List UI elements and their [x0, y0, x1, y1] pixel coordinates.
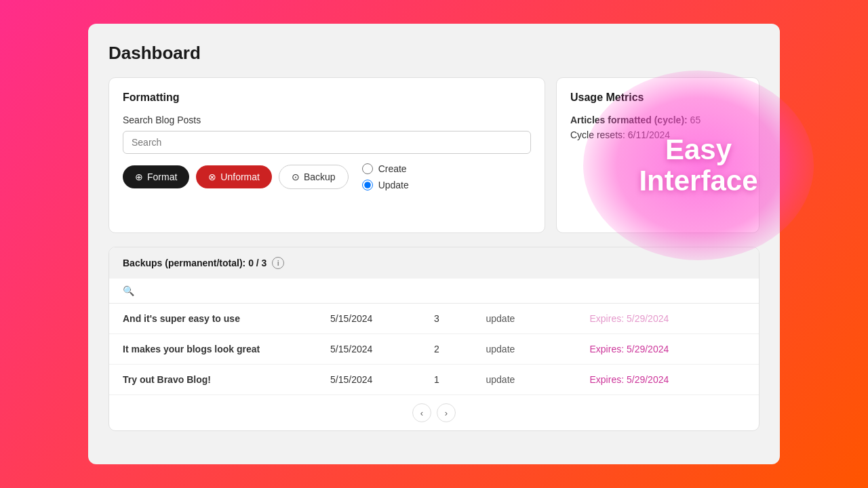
row-expires: Expires: 5/29/2024 — [590, 344, 746, 354]
usage-panel-title: Usage Metrics — [570, 92, 745, 104]
backups-table: And it's super easy to use 5/15/2024 3 u… — [109, 304, 759, 394]
content-row: Formatting Search Blog Posts ⊕ Format ⊗ … — [108, 77, 760, 233]
chevron-right-icon: › — [445, 408, 448, 418]
chevron-left-icon: ‹ — [420, 408, 423, 418]
radio-create-label: Create — [378, 163, 407, 174]
row-expires: Expires: 5/29/2024 — [590, 374, 746, 385]
cycle-resets-metric: Cycle resets: 6/11/2024 — [570, 129, 745, 140]
unformat-icon: ⊗ — [208, 171, 216, 182]
radio-group: Create Update — [362, 163, 409, 190]
radio-update-item[interactable]: Update — [362, 180, 409, 190]
usage-panel: Usage Metrics Articles formatted (cycle)… — [556, 77, 760, 233]
pagination-prev-button[interactable]: ‹ — [412, 403, 431, 422]
cycle-resets-label: Cycle resets: — [570, 129, 625, 140]
backup-button[interactable]: ⊙ Backup — [279, 165, 349, 189]
row-count: 2 — [434, 344, 486, 354]
cycle-resets-value: 6/11/2024 — [628, 129, 670, 140]
row-date: 5/15/2024 — [330, 374, 434, 385]
format-button-label: Format — [147, 171, 177, 182]
formatting-panel-title: Formatting — [123, 92, 531, 104]
search-input-wrap — [123, 131, 531, 154]
pagination: ‹ › — [109, 394, 759, 430]
articles-metric: Articles formatted (cycle): 65 — [570, 115, 745, 125]
row-action[interactable]: update — [486, 374, 590, 385]
unformat-button[interactable]: ⊗ Unformat — [196, 165, 272, 188]
unformat-button-label: Unformat — [220, 171, 260, 182]
radio-update-label: Update — [378, 180, 409, 190]
format-icon: ⊕ — [135, 171, 143, 182]
row-date: 5/15/2024 — [330, 313, 434, 324]
info-icon[interactable]: i — [272, 257, 284, 269]
row-title: And it's super easy to use — [123, 313, 330, 324]
backups-header-text: Backups (permanent/total): 0 / 3 — [123, 258, 267, 268]
row-title: It makes your blogs look great — [123, 344, 330, 354]
search-label: Search Blog Posts — [123, 115, 531, 125]
row-count: 1 — [434, 374, 486, 385]
table-row: And it's super easy to use 5/15/2024 3 u… — [109, 304, 759, 334]
articles-value: 65 — [690, 115, 701, 125]
table-row: It makes your blogs look great 5/15/2024… — [109, 334, 759, 365]
row-title: Try out Bravo Blog! — [123, 374, 330, 385]
radio-update[interactable] — [362, 180, 373, 190]
format-button[interactable]: ⊕ Format — [123, 165, 189, 188]
main-card: Dashboard Formatting Search Blog Posts ⊕… — [88, 24, 780, 464]
row-count: 3 — [434, 313, 486, 324]
row-action[interactable]: update — [486, 313, 590, 324]
backup-icon: ⊙ — [292, 171, 300, 182]
search-icon: 🔍 — [123, 285, 134, 296]
row-action[interactable]: update — [486, 344, 590, 354]
usage-panel-outer: Usage Metrics Articles formatted (cycle)… — [556, 77, 760, 233]
radio-create[interactable] — [362, 163, 373, 174]
radio-create-item[interactable]: Create — [362, 163, 409, 174]
backups-search-input[interactable] — [140, 285, 745, 296]
backups-search-bar: 🔍 — [109, 279, 759, 304]
pagination-next-button[interactable]: › — [437, 403, 456, 422]
row-expires: Expires: 5/29/2024 — [590, 313, 746, 324]
row-date: 5/15/2024 — [330, 344, 434, 354]
backup-button-label: Backup — [304, 171, 336, 182]
backups-header: Backups (permanent/total): 0 / 3 i — [109, 247, 759, 279]
page-title: Dashboard — [108, 43, 760, 64]
backups-section: Backups (permanent/total): 0 / 3 i 🔍 And… — [108, 247, 760, 431]
buttons-row: ⊕ Format ⊗ Unformat ⊙ Backup Create — [123, 163, 531, 190]
articles-label: Articles formatted (cycle): — [570, 115, 688, 125]
formatting-panel: Formatting Search Blog Posts ⊕ Format ⊗ … — [108, 77, 545, 233]
table-row: Try out Bravo Blog! 5/15/2024 1 update E… — [109, 365, 759, 394]
search-input[interactable] — [132, 137, 522, 148]
